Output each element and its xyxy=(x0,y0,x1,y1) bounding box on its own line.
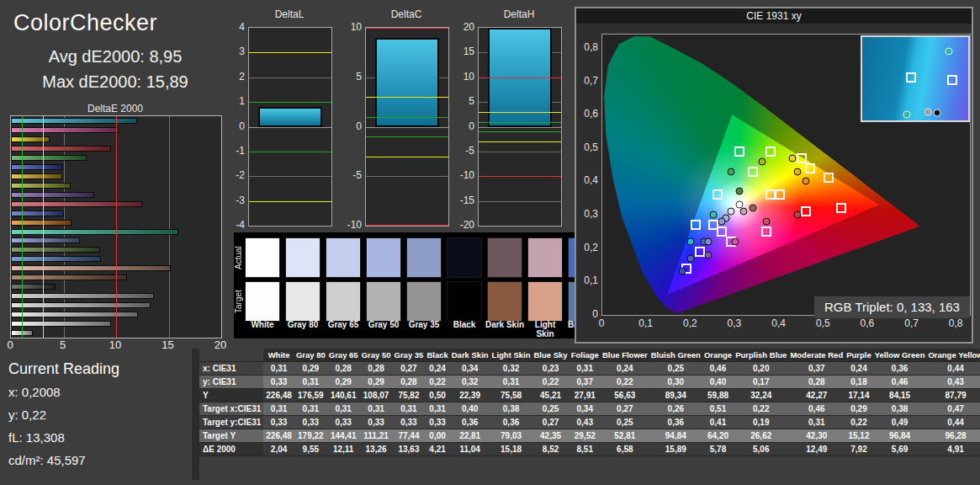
table-cell: 0,34 xyxy=(569,402,601,416)
actual-swatch xyxy=(245,237,280,278)
zero-line xyxy=(366,127,448,128)
table-cell: 176,59 xyxy=(294,389,327,402)
cie-y-tick: 0,6 xyxy=(578,108,598,120)
table-cell: 13,26 xyxy=(360,443,393,456)
de-bar-blue xyxy=(11,164,63,170)
gridline xyxy=(169,116,170,338)
table-cell: 0,34 xyxy=(450,362,490,376)
row-label: y: CIE31 xyxy=(199,376,263,389)
deltal-chart-title: DeltaL xyxy=(248,8,331,20)
table-cell: 108,07 xyxy=(360,389,393,402)
cie-target-marker xyxy=(761,227,771,237)
cie-y-tick: 0 xyxy=(578,308,598,320)
table-cell: 5,06 xyxy=(734,443,788,456)
table-cell: 9,55 xyxy=(294,443,327,456)
row-label: ΔE 2000 xyxy=(199,443,263,456)
cie-measured-marker xyxy=(705,251,712,258)
de-bar-moderate-red xyxy=(11,201,142,207)
cie-measured-marker xyxy=(687,237,695,245)
y-tick-label: 15 xyxy=(464,45,474,57)
threshold-line xyxy=(366,28,448,29)
y-tick-label: -2 xyxy=(236,169,245,181)
cie-measured-marker xyxy=(727,168,734,175)
table-cell: 0,27 xyxy=(532,416,569,429)
cie-target-marker xyxy=(824,173,834,183)
x-tick-label: 10 xyxy=(109,338,121,351)
y-tick-label: 4 xyxy=(239,21,245,33)
de-bar-cyan xyxy=(11,118,137,124)
table-cell: 22,39 xyxy=(450,389,490,402)
table-cell: 0,28 xyxy=(788,376,845,389)
table-cell: 0,24 xyxy=(601,362,649,376)
cie-target-marker xyxy=(712,189,723,200)
table-cell: 0,29 xyxy=(294,362,327,376)
measurement-table: WhiteGray 80Gray 65Gray 50Gray 35BlackDa… xyxy=(199,349,980,456)
cie-measured-marker xyxy=(718,218,726,226)
table-cell: 0,33 xyxy=(393,416,426,429)
row-label: Target x:CIE31 xyxy=(199,402,263,416)
table-cell: 140,61 xyxy=(327,389,360,402)
table-cell: 27,91 xyxy=(569,389,601,402)
cie-x-tick: 0,5 xyxy=(816,317,830,329)
table-cell: 2,04 xyxy=(263,443,294,456)
de-bar-gray-50 xyxy=(11,302,151,308)
table-cell: 0,29 xyxy=(360,376,393,389)
de-bar-yellow xyxy=(11,136,50,142)
cie-measured-marker xyxy=(705,237,712,245)
deltac-y-axis: 1050-5-10 xyxy=(340,0,363,227)
table-cell: 26,62 xyxy=(734,429,788,443)
cie-target-marker xyxy=(765,147,776,157)
swatch-label: White xyxy=(242,320,283,329)
table-row: Target x:CIE310,310,310,310,310,310,310,… xyxy=(199,402,980,416)
table-cell: 0,40 xyxy=(450,402,490,416)
de-bar-foliage xyxy=(11,247,100,253)
actual-swatch xyxy=(406,237,442,278)
swatch-label: Gray 50 xyxy=(363,320,404,329)
threshold-line xyxy=(479,77,561,78)
table-cell: 0,37 xyxy=(569,376,601,389)
column-header: Foliage xyxy=(569,349,601,362)
cie-target-marker xyxy=(691,220,701,230)
table-cell: 42,27 xyxy=(788,389,845,402)
table-cell: 0,33 xyxy=(327,416,360,429)
table-cell: 0,36 xyxy=(649,416,702,429)
table-cell: 0,31 xyxy=(327,402,360,416)
cie-measured-marker xyxy=(793,211,801,219)
rgb-triplet-readout: RGB Triplet: 0, 133, 163 xyxy=(814,296,970,318)
cie-y-tick: 0,8 xyxy=(578,41,598,53)
de-bar-green xyxy=(11,155,87,161)
swatch-row-label: Target xyxy=(234,281,245,322)
actual-swatch xyxy=(568,237,575,278)
table-cell: 0,28 xyxy=(393,376,426,389)
threshold-line xyxy=(479,141,561,142)
deltal-y-axis: 43210-1-2-3-4 xyxy=(223,0,246,227)
table-cell: 4,21 xyxy=(425,443,449,456)
table-row: ΔE 20002,049,5512,1113,2613,634,2111,041… xyxy=(199,443,980,456)
y-tick-label: 10 xyxy=(464,71,474,83)
de-bar-purple xyxy=(11,192,94,198)
table-left-strip xyxy=(192,349,199,480)
cie-target-marker xyxy=(836,203,846,213)
inset-measured-marker xyxy=(946,47,953,55)
table-cell: 0,51 xyxy=(702,402,734,416)
table-cell: 15,12 xyxy=(845,429,873,443)
cie-target-marker xyxy=(717,227,727,237)
cie-y-tick: 0,5 xyxy=(578,141,598,153)
x-tick-label: 15 xyxy=(162,338,173,351)
table-cell: 226,48 xyxy=(263,429,294,443)
table-cell: 0,31 xyxy=(360,402,393,416)
swatch-label: Gray 80 xyxy=(283,320,323,329)
y-tick-label: -20 xyxy=(460,219,474,231)
zero-line xyxy=(249,127,331,128)
table-cell: 8,52 xyxy=(532,443,569,456)
table-cell: 0,33 xyxy=(360,416,393,429)
y-tick-label: -15 xyxy=(460,195,474,206)
y-tick-label: 0 xyxy=(239,120,245,132)
y-tick-label: 0 xyxy=(356,120,362,132)
y-tick-label: -10 xyxy=(460,169,474,181)
de-bar-bluish-green xyxy=(11,229,178,235)
threshold-line xyxy=(116,116,117,338)
table-cell: 0,33 xyxy=(425,416,449,429)
table-cell: 29,52 xyxy=(569,429,601,443)
swatch-label: Gray 65 xyxy=(323,320,363,329)
